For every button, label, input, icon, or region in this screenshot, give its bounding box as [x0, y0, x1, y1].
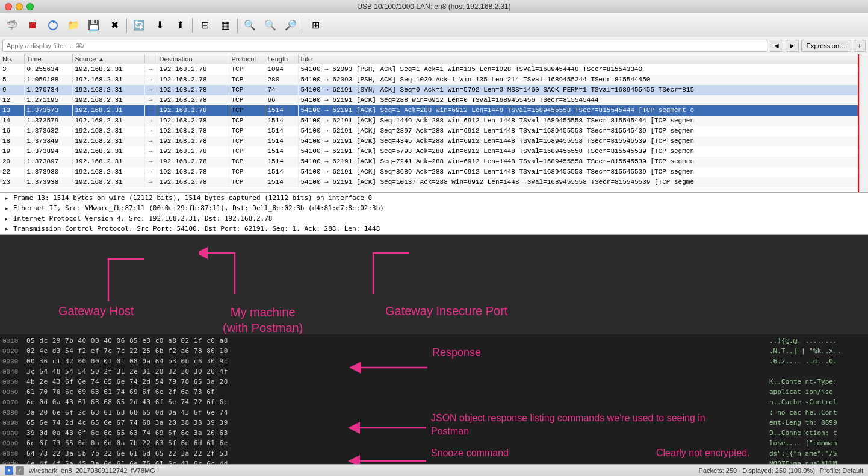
expression-button[interactable]: Expression… [801, 40, 851, 52]
hex-ascii: .6.2.... ..d...0. [769, 357, 866, 365]
hex-offset: 0070 [2, 399, 26, 406]
table-row[interactable]: 22 1.373930 192.168.2.31 → 192.168.2.78 … [0, 167, 868, 177]
detail-row-tcp[interactable]: ▶ Transmission Control Protocol, Src Por… [0, 224, 868, 234]
filter-left-arrow[interactable]: ◀ [770, 40, 783, 52]
columns-button[interactable]: ▦ [215, 16, 235, 35]
hex-ascii: ..){@.@. ........ [769, 337, 866, 345]
gateway-insecure-label: Gateway Insecure Port [385, 304, 507, 318]
expand-icon-eth: ▶ [5, 205, 11, 211]
hex-bytes: 65 6e 74 2d 4c 65 6e 67 74 68 3a 20 38 3… [26, 419, 769, 427]
hex-row: 0050 4b 2e 43 6f 6e 74 65 6e 74 2d 54 79… [0, 377, 868, 387]
table-row[interactable]: 14 1.373579 192.168.2.31 → 192.168.2.78 … [0, 116, 868, 126]
hex-offset: 00b0 [2, 440, 26, 447]
restart-button[interactable] [43, 16, 63, 35]
add-filter-button[interactable]: + [854, 40, 866, 52]
separator-1 [126, 18, 127, 33]
packet-table: No. Time Source ▲ Destination Protocol L… [0, 54, 868, 187]
hex-ascii: 9..Conne ction: c [769, 429, 866, 437]
toolbar: 🦈 ⏹ 📁 💾 ✖ 🔄 ⬇ ⬆ ⊟ ▦ 🔍 🔍 🔎 ⊞ [0, 13, 868, 37]
col-header-source: Source ▲ [72, 54, 144, 64]
table-row[interactable]: 16 1.373632 192.168.2.31 → 192.168.2.78 … [0, 126, 868, 136]
detail-frame-text: Frame 13: 1514 bytes on wire (12112 bits… [13, 194, 372, 202]
hex-bytes: 6c 6f 73 65 0d 0a 0d 0a 7b 22 63 6f 6d 6… [26, 439, 769, 447]
up-button[interactable]: ⬆ [170, 16, 190, 35]
filter-button[interactable]: ⊟ [195, 16, 214, 35]
hex-bytes: 39 0d 0a 43 6f 6e 6e 65 63 74 69 6f 6e 3… [26, 429, 769, 437]
detail-row-ethernet[interactable]: ▶ Ethernet II, Src: VMware_fb:87:11 (00:… [0, 203, 868, 213]
hex-offset: 0080 [2, 409, 26, 416]
save-button[interactable]: 💾 [84, 16, 104, 35]
table-row[interactable]: 20 1.373897 192.168.2.31 → 192.168.2.78 … [0, 157, 868, 167]
hex-row: 0040 3c 64 48 54 54 50 2f 31 2e 31 20 32… [0, 366, 868, 377]
gateway-insecure-arrow [337, 235, 409, 295]
shark-status-icon[interactable]: ✓ [16, 466, 24, 475]
status-icons: ● ✓ [5, 466, 24, 475]
col-header-info: Info [298, 54, 868, 64]
close-capture-button[interactable]: ✖ [105, 16, 124, 35]
minimize-button[interactable] [16, 3, 23, 10]
hex-bytes: 6e 0d 0a 43 61 63 68 65 2d 43 6f 6e 74 7… [26, 398, 769, 406]
hex-offset: 0060 [2, 389, 26, 396]
expand-icon-ip: ▶ [5, 216, 11, 222]
table-row[interactable]: 23 1.373938 192.168.2.31 → 192.168.2.78 … [0, 177, 868, 187]
window-title: USB 10/100/1000 LAN: en8 (host 192.168.2… [357, 2, 511, 11]
scrollbar[interactable] [859, 54, 868, 192]
stop-button[interactable]: ⏹ [23, 16, 42, 35]
hex-offset: 0050 [2, 378, 26, 386]
open-button[interactable]: 📁 [64, 16, 83, 35]
hex-ascii: lose.... {"comman [769, 439, 866, 447]
hex-bytes: 02 4e d3 54 f2 ef 7c 7c 22 25 6b f2 a6 7… [26, 347, 769, 355]
capture-filename: wireshark_en8_20170809112742_fV78MG [29, 467, 694, 474]
table-row[interactable]: 13 1.373573 192.168.2.31 → 192.168.2.78 … [0, 105, 868, 116]
hex-row: 00a0 39 0d 0a 43 6f 6e 6e 65 63 74 69 6f… [0, 428, 868, 438]
packet-list: No. Time Source ▲ Destination Protocol L… [0, 54, 868, 193]
hex-rows: 0010 05 dc 29 7b 40 00 40 06 85 e3 c0 a8… [0, 334, 868, 473]
col-header-time: Time [24, 54, 72, 64]
columns-layout-button[interactable]: ⊞ [306, 16, 325, 35]
table-row[interactable]: 3 0.255634 192.168.2.31 → 192.168.2.78 T… [0, 64, 868, 75]
filter-right-arrow[interactable]: ▶ [786, 40, 799, 52]
packet-rows: 3 0.255634 192.168.2.31 → 192.168.2.78 T… [0, 64, 868, 187]
col-header-length: Length [265, 54, 298, 64]
hex-dump-area: 0010 05 dc 29 7b 40 00 40 06 85 e3 c0 a8… [0, 334, 868, 473]
table-row[interactable]: 18 1.373849 192.168.2.31 → 192.168.2.78 … [0, 136, 868, 146]
zoom-in-button[interactable]: 🔍 [240, 16, 259, 35]
hex-offset: 0040 [2, 368, 26, 375]
my-machine-label: My machine(with Postman) [223, 304, 303, 334]
hex-row: 0030 00 36 c1 32 00 00 01 01 08 0a 64 b3… [0, 356, 868, 366]
detail-row-frame[interactable]: ▶ Frame 13: 1514 bytes on wire (12112 bi… [0, 193, 868, 203]
table-row[interactable]: 19 1.373894 192.168.2.31 → 192.168.2.78 … [0, 146, 868, 157]
detail-row-ip[interactable]: ▶ Internet Protocol Version 4, Src: 192.… [0, 213, 868, 224]
hex-offset: 0020 [2, 348, 26, 355]
table-row[interactable]: 5 1.059188 192.168.2.31 → 192.168.2.78 T… [0, 75, 868, 85]
gateway-host-label: Gateway Host [58, 304, 134, 318]
hex-bytes: 4b 2e 43 6f 6e 74 65 6e 74 2d 54 79 70 6… [26, 378, 769, 386]
capture-icon[interactable]: ● [5, 466, 13, 475]
separator-3 [237, 18, 238, 33]
detail-tcp-text: Transmission Control Protocol, Src Port:… [13, 225, 380, 233]
detail-ip-text: Internet Protocol Version 4, Src: 192.16… [13, 215, 272, 222]
table-row[interactable]: 12 1.271195 192.168.2.31 → 192.168.2.78 … [0, 95, 868, 105]
close-button[interactable] [5, 3, 12, 10]
down-button[interactable]: ⬇ [150, 16, 169, 35]
shark-fin-button[interactable]: 🦈 [2, 16, 22, 35]
hex-offset: 00c0 [2, 450, 26, 457]
display-filter-input[interactable] [2, 40, 767, 52]
zoom-reset-button[interactable]: 🔎 [281, 16, 300, 35]
expand-icon-tcp: ▶ [5, 226, 11, 232]
hex-ascii: n..Cache -Control [769, 398, 866, 406]
hex-bytes: 05 dc 29 7b 40 00 40 06 85 e3 c0 a8 02 1… [26, 337, 769, 345]
table-row[interactable]: 9 1.270734 192.168.2.31 → 192.168.2.78 T… [0, 85, 868, 95]
filter-bar: ◀ ▶ Expression… + [0, 37, 868, 54]
red-indicator-line [858, 54, 859, 192]
reload-button[interactable]: 🔄 [129, 16, 149, 35]
filter-controls: ◀ ▶ Expression… + [770, 40, 866, 52]
status-bar: ● ✓ wireshark_en8_20170809112742_fV78MG … [0, 464, 868, 476]
zoom-out-button[interactable]: 🔍 [261, 16, 280, 35]
hex-bytes: 3c 64 48 54 54 50 2f 31 2e 31 20 32 30 3… [26, 368, 769, 375]
window-controls [5, 3, 34, 10]
packet-table-header: No. Time Source ▲ Destination Protocol L… [0, 54, 868, 64]
hex-bytes: 64 73 22 3a 5b 7b 22 6e 61 6d 65 22 3a 2… [26, 449, 769, 457]
maximize-button[interactable] [26, 3, 34, 10]
hex-row: 00b0 6c 6f 73 65 0d 0a 0d 0a 7b 22 63 6f… [0, 438, 868, 448]
